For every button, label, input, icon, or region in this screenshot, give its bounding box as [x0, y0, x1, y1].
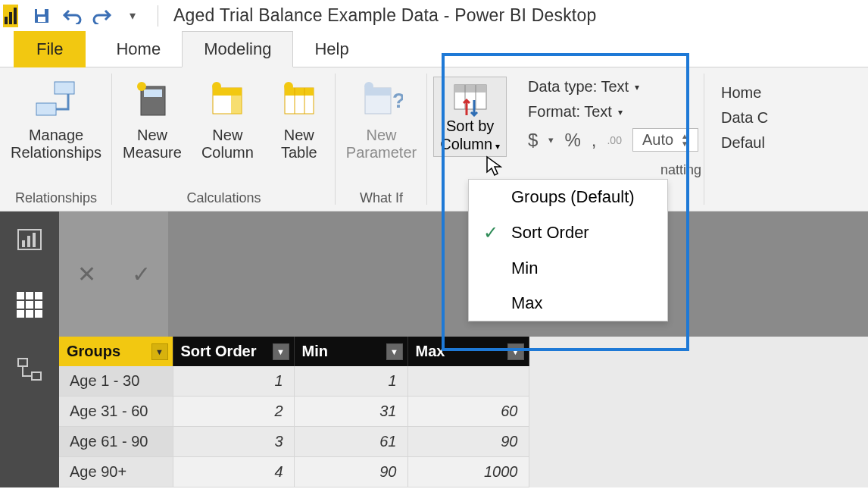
qat-customize-icon[interactable]: ▾ — [123, 6, 142, 26]
svg-text:?: ? — [392, 89, 403, 112]
sort-menu-min-label: Min — [511, 259, 538, 278]
cell-max[interactable]: 90 — [407, 427, 529, 457]
sort-menu-sortorder-label: Sort Order — [511, 223, 589, 243]
tab-home[interactable]: Home — [95, 32, 182, 67]
thousands-icon[interactable]: , — [592, 130, 597, 151]
cell-sortorder[interactable]: 1 — [173, 366, 294, 397]
view-rail — [0, 212, 59, 487]
decimal-auto-label: Auto — [642, 131, 673, 149]
cell-max[interactable] — [407, 366, 529, 397]
svg-rect-28 — [33, 233, 36, 247]
col-groups[interactable]: Groups ▼ — [59, 337, 173, 366]
data-type-label: Data type: Text — [528, 78, 629, 96]
cell-max[interactable]: 1000 — [407, 457, 529, 487]
ribbon: Manage Relationships Relationships New M… — [0, 67, 868, 212]
cell-groups[interactable]: Age 61 - 90 — [59, 427, 173, 457]
tab-modeling[interactable]: Modeling — [182, 31, 293, 67]
model-view-icon[interactable] — [15, 356, 44, 384]
cell-min[interactable]: 31 — [294, 397, 407, 427]
format-label: Format: Text — [528, 103, 612, 121]
manage-relationships-button[interactable]: Manage Relationships — [6, 72, 106, 166]
svg-rect-30 — [32, 372, 41, 380]
group-whatif: ? New Parameter What If — [336, 67, 427, 211]
col-min-label: Min — [302, 343, 328, 359]
cell-sortorder[interactable]: 2 — [173, 397, 294, 427]
new-parameter-button[interactable]: ? New Parameter — [342, 72, 421, 166]
sort-menu-max[interactable]: Max — [469, 286, 667, 321]
default-summarization-label[interactable]: Defaul — [721, 134, 768, 152]
svg-rect-10 — [231, 88, 242, 114]
svg-rect-1 — [37, 9, 45, 14]
data-type-selector[interactable]: Data type: Text▾ — [528, 78, 698, 96]
col-sortorder[interactable]: Sort Order ▼ — [173, 337, 294, 366]
sort-menu-groups-label: Groups (Default) — [511, 187, 635, 207]
format-selector[interactable]: Format: Text▾ — [528, 103, 698, 121]
sort-icon — [451, 82, 489, 117]
currency-icon[interactable]: $ — [528, 130, 538, 151]
relationships-icon — [33, 77, 79, 122]
cell-sortorder[interactable]: 4 — [173, 457, 294, 487]
sort-by-column-button[interactable]: Sort by Column▾ — [433, 77, 507, 157]
data-category-label[interactable]: Data C — [721, 109, 768, 127]
table-row[interactable]: Age 1 - 3011 — [59, 366, 529, 397]
main-pane: ✕ ✓ Groups ▼ Sort Order ▼ — [0, 212, 868, 487]
app-logo-icon — [3, 5, 18, 27]
svg-rect-3 — [55, 82, 74, 94]
svg-point-11 — [212, 82, 221, 91]
group-calculations: New Measure New Column — [112, 67, 336, 211]
check-icon: ✓ — [481, 222, 501, 243]
sort-menu-max-label: Max — [511, 293, 543, 313]
cell-groups[interactable]: Age 90+ — [59, 457, 173, 487]
decimal-auto-box[interactable]: Auto ▲▼ — [632, 128, 698, 152]
titlebar: ▾ Aged Trial Balance Example Data - Powe… — [0, 0, 868, 32]
col-groups-dropdown-icon[interactable]: ▼ — [151, 343, 168, 360]
cell-groups[interactable]: Age 31 - 60 — [59, 397, 173, 427]
formula-cancel-icon[interactable]: ✕ — [59, 212, 114, 337]
group-formatting-label: natting — [660, 162, 701, 178]
table-row[interactable]: Age 61 - 9036190 — [59, 427, 529, 457]
cell-max[interactable]: 60 — [407, 397, 529, 427]
tab-help[interactable]: Help — [293, 32, 370, 67]
new-measure-button[interactable]: New Measure — [118, 72, 186, 166]
cell-min[interactable]: 90 — [294, 457, 407, 487]
redo-icon[interactable] — [92, 6, 112, 26]
data-view-icon[interactable] — [15, 290, 44, 319]
group-relationships: Manage Relationships Relationships — [0, 67, 112, 211]
col-max-dropdown-icon[interactable]: ▼ — [507, 343, 524, 360]
cell-groups[interactable]: Age 1 - 30 — [59, 366, 173, 397]
new-table-button[interactable]: New Table — [269, 72, 329, 166]
new-column-button[interactable]: New Column — [197, 72, 258, 166]
sort-menu-min[interactable]: Min — [469, 251, 667, 286]
sort-menu-groups[interactable]: Groups (Default) — [469, 180, 667, 215]
cell-sortorder[interactable]: 3 — [173, 427, 294, 457]
svg-rect-26 — [22, 240, 25, 247]
column-icon — [205, 77, 250, 122]
table-row[interactable]: Age 90+4901000 — [59, 457, 529, 487]
save-icon[interactable] — [32, 6, 52, 26]
col-max[interactable]: Max ▼ — [407, 337, 529, 366]
percent-icon[interactable]: % — [564, 130, 580, 151]
group-calculations-label: Calculations — [186, 190, 261, 206]
col-max-label: Max — [416, 343, 445, 359]
col-min[interactable]: Min ▼ — [294, 337, 407, 366]
svg-rect-4 — [36, 103, 56, 115]
cell-min[interactable]: 1 — [294, 366, 407, 397]
stepper-icon[interactable]: ▲▼ — [681, 133, 688, 148]
sort-by-column-menu: Groups (Default) ✓ Sort Order Min Max — [468, 179, 668, 321]
tab-file[interactable]: File — [14, 31, 86, 67]
col-sortorder-dropdown-icon[interactable]: ▼ — [273, 343, 289, 360]
table-row[interactable]: Age 31 - 6023160 — [59, 397, 529, 427]
table-header-row: Groups ▼ Sort Order ▼ Min ▼ Max — [59, 337, 529, 366]
formula-commit-icon[interactable]: ✓ — [114, 212, 168, 337]
svg-point-20 — [364, 82, 373, 91]
col-min-dropdown-icon[interactable]: ▼ — [386, 343, 403, 360]
col-groups-label: Groups — [67, 343, 120, 359]
sort-menu-sortorder[interactable]: ✓ Sort Order — [469, 215, 667, 251]
home-table-label[interactable]: Home — [721, 84, 768, 102]
currency-dropdown-icon[interactable]: ▾ — [548, 134, 554, 146]
cell-min[interactable]: 61 — [294, 427, 407, 457]
undo-icon[interactable] — [62, 6, 82, 26]
window-title: Aged Trial Balance Example Data - Power … — [173, 5, 596, 26]
report-view-icon[interactable] — [15, 225, 44, 254]
group-properties: Home Data C Defaul — [704, 67, 777, 211]
